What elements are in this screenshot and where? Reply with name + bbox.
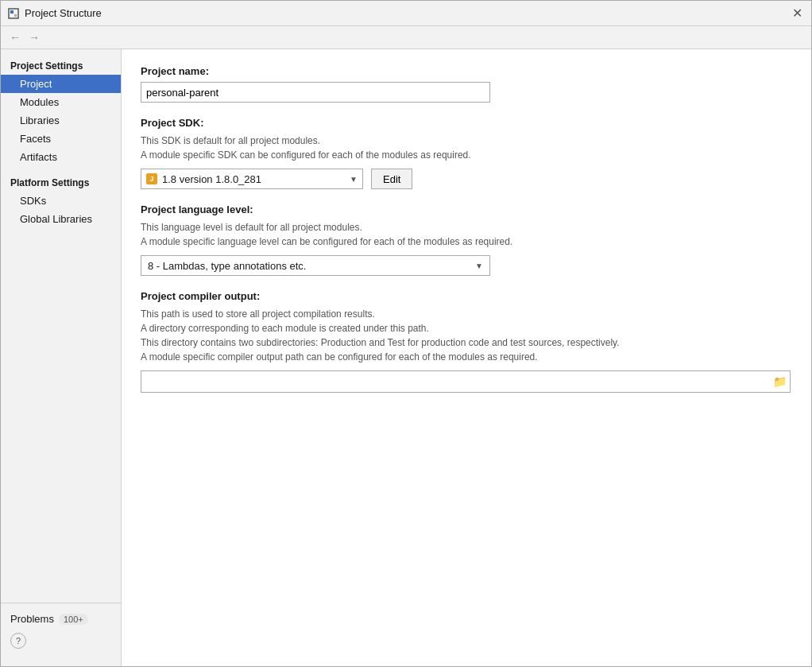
project-settings-section: Project Settings <box>1 56 121 75</box>
compiler-output-description: This path is used to store all project c… <box>141 307 792 364</box>
project-sdk-label: Project SDK: <box>141 117 792 129</box>
main-content: Project Settings Project Modules Librari… <box>1 49 811 666</box>
sidebar-item-global-libraries[interactable]: Global Libraries <box>1 210 121 228</box>
browse-folder-button[interactable]: 📁 <box>773 375 787 388</box>
compiler-output-section: Project compiler output: This path is us… <box>141 290 792 393</box>
sidebar-item-project[interactable]: Project <box>1 75 121 93</box>
sidebar-item-facets[interactable]: Facets <box>1 130 121 148</box>
sdk-dropdown-arrow: ▼ <box>350 175 358 184</box>
sdk-dropdown[interactable]: J 1.8 version 1.8.0_281 ▼ <box>141 169 363 189</box>
sidebar-bottom: Problems 100+ ? <box>1 603 121 660</box>
sidebar-item-artifacts[interactable]: Artifacts <box>1 148 121 166</box>
project-name-label: Project name: <box>141 65 792 77</box>
sidebar-item-modules[interactable]: Modules <box>1 93 121 111</box>
compiler-output-label: Project compiler output: <box>141 290 792 302</box>
language-level-dropdown[interactable]: 8 - Lambdas, type annotations etc. ▼ <box>141 255 490 276</box>
sdk-description: This SDK is default for all project modu… <box>141 134 792 162</box>
problems-row[interactable]: Problems 100+ <box>1 610 121 628</box>
title-bar: Project Structure ✕ <box>1 1 811 26</box>
back-button[interactable]: ← <box>7 29 23 45</box>
language-level-section: Project language level: This language le… <box>141 204 792 276</box>
content-panel: Project name: Project SDK: This SDK is d… <box>122 49 811 666</box>
window-title: Project Structure <box>25 7 789 19</box>
close-button[interactable]: ✕ <box>789 6 805 21</box>
svg-rect-2 <box>14 14 17 17</box>
language-level-label: Project language level: <box>141 204 792 215</box>
language-level-description: This language level is default for all p… <box>141 220 792 249</box>
sidebar: Project Settings Project Modules Librari… <box>1 49 122 666</box>
help-button[interactable]: ? <box>10 633 26 649</box>
svg-rect-1 <box>10 10 14 14</box>
sidebar-item-sdks[interactable]: SDKs <box>1 192 121 210</box>
sdk-row: J 1.8 version 1.8.0_281 ▼ Edit <box>141 169 792 189</box>
project-name-input[interactable] <box>141 82 490 103</box>
sdk-section: Project SDK: This SDK is default for all… <box>141 117 792 189</box>
java-icon: J <box>146 173 157 184</box>
problems-label: Problems <box>10 613 54 625</box>
problems-badge: 100+ <box>59 614 88 625</box>
nav-bar: ← → <box>1 26 811 49</box>
edit-sdk-button[interactable]: Edit <box>371 169 412 189</box>
sidebar-item-libraries[interactable]: Libraries <box>1 111 121 130</box>
compiler-output-field: 📁 <box>141 370 791 393</box>
language-dropdown-arrow: ▼ <box>475 262 483 270</box>
sdk-selected-value: 1.8 version 1.8.0_281 <box>162 173 261 185</box>
forward-button[interactable]: → <box>26 29 42 45</box>
language-level-value: 8 - Lambdas, type annotations etc. <box>148 260 306 272</box>
platform-settings-section: Platform Settings <box>1 173 121 192</box>
app-icon <box>7 7 20 20</box>
